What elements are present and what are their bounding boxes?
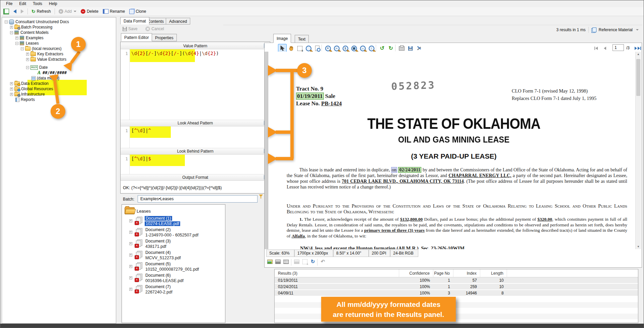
document-file-row[interactable]: 10274-LEASE.pdf bbox=[145, 221, 180, 226]
tree-item-value-extractors[interactable]: +Value Extractors bbox=[26, 57, 66, 62]
tree-item-local-resources[interactable]: −(local resources) bbox=[21, 46, 62, 51]
document-image-canvas[interactable]: Tract No. 9 01/19/2011 Sale Lease No. PB… bbox=[265, 52, 635, 249]
document-file-row[interactable]: 10152_0000087279_001.pdf bbox=[145, 267, 199, 272]
look-ahead-code[interactable]: [^\d]|^ bbox=[131, 128, 151, 133]
tree-item-leases[interactable]: −Leases bbox=[15, 41, 39, 46]
batch-filter-button[interactable] bbox=[259, 197, 263, 202]
document-file-row[interactable]: 0016396-LEASE.pdf bbox=[145, 278, 184, 283]
col-index[interactable]: Index bbox=[453, 269, 480, 277]
save-button[interactable]: Save bbox=[121, 26, 139, 32]
expand-icon[interactable]: + bbox=[129, 288, 132, 291]
document-subtitle2: (3 YEAR PAID-UP LEASE) bbox=[278, 152, 630, 160]
document-row[interactable]: Document (6) bbox=[145, 273, 171, 278]
document-row[interactable]: Document (1) bbox=[145, 216, 172, 221]
cancel-button[interactable]: ✕Cancel bbox=[144, 26, 165, 32]
tab-image[interactable]: Image bbox=[273, 34, 291, 43]
expand-icon[interactable]: + bbox=[10, 93, 13, 96]
expand-icon[interactable]: + bbox=[129, 254, 132, 257]
expand-icon[interactable]: + bbox=[129, 231, 132, 234]
tree-item-global-resources[interactable]: +Global Resources bbox=[10, 86, 53, 92]
menu-file[interactable]: File bbox=[3, 1, 15, 7]
forward-button[interactable] bbox=[19, 9, 25, 14]
menu-help[interactable]: Help bbox=[46, 1, 60, 7]
document-row[interactable]: Document (2) bbox=[145, 227, 171, 232]
tab-data-format[interactable]: Data Format bbox=[120, 17, 149, 24]
document-row[interactable]: Document (4) bbox=[145, 250, 171, 255]
adjust-image-button[interactable] bbox=[293, 258, 300, 265]
tree-item-date-pattern[interactable]: ##/##/#### bbox=[37, 70, 67, 75]
document-row[interactable]: Document (3) bbox=[145, 239, 171, 243]
document-row[interactable]: Document (5) bbox=[145, 262, 171, 266]
expand-icon[interactable]: + bbox=[129, 265, 132, 268]
collapse-icon[interactable]: − bbox=[5, 20, 8, 23]
expand-icon[interactable]: + bbox=[129, 276, 132, 279]
expand-icon[interactable]: + bbox=[26, 58, 29, 61]
content-models-icon bbox=[14, 31, 19, 35]
menu-edit[interactable]: Edit bbox=[16, 1, 29, 7]
tree-item-infrastructure[interactable]: +Infrastructure bbox=[10, 92, 45, 97]
collapse-icon[interactable]: − bbox=[26, 66, 29, 69]
col-page-no[interactable]: Page No bbox=[433, 269, 453, 277]
expand-icon[interactable]: + bbox=[129, 219, 132, 222]
document-file-row[interactable]: 438171.pdf bbox=[145, 244, 166, 249]
viewer-vertical-scrollbar[interactable]: ▲ ▼ bbox=[635, 52, 641, 249]
col-length[interactable]: Length bbox=[480, 269, 507, 277]
reload-image-button[interactable]: ↻ bbox=[309, 258, 316, 265]
workspace-button[interactable] bbox=[2, 8, 11, 15]
tree-item-data-extraction[interactable]: +Data Extraction bbox=[10, 81, 49, 86]
expand-icon[interactable]: + bbox=[10, 26, 13, 29]
undo-button[interactable]: ↶ bbox=[319, 258, 327, 265]
back-button[interactable] bbox=[12, 9, 18, 14]
batch-root-label[interactable]: Leases bbox=[137, 209, 151, 214]
tab-pattern-editor[interactable]: Pattern Editor bbox=[121, 33, 152, 41]
expand-icon[interactable]: + bbox=[10, 82, 13, 85]
expand-icon[interactable]: + bbox=[26, 53, 29, 56]
document-file-row[interactable]: 1-234970-000 - 6052507.pdf bbox=[145, 233, 198, 237]
reference-material-dropdown[interactable]: Reference Material bbox=[599, 28, 633, 32]
tree-item-content-models[interactable]: −Content Models bbox=[10, 30, 49, 35]
menu-tools[interactable]: Tools bbox=[30, 1, 45, 7]
scroll-down-icon[interactable]: ▼ bbox=[637, 245, 640, 248]
result-row[interactable]: 04/09/11 100% 3 14946 8 bbox=[275, 290, 638, 296]
add-button[interactable]: +Add bbox=[57, 8, 78, 14]
tree-item-examples[interactable]: +Examples bbox=[15, 35, 44, 41]
value-pattern-code[interactable]: \d{2}[/-]\d{2}[/-](\d{4}|\d{2}) bbox=[131, 51, 219, 56]
tree-item-batch-processing[interactable]: +Batch Processing bbox=[10, 24, 52, 30]
result-row[interactable]: 01/19/2011 100% 1 57 10 bbox=[275, 277, 638, 284]
col-confidence[interactable]: Confidence bbox=[399, 269, 433, 277]
color-mode-button[interactable] bbox=[266, 258, 274, 265]
look-behind-code[interactable]: [^\d]|$ bbox=[131, 156, 151, 161]
collapse-icon[interactable]: − bbox=[21, 47, 24, 50]
tree-item-reports[interactable]: Reports bbox=[15, 97, 35, 102]
batch-combo[interactable]: Examples•Leases bbox=[138, 195, 258, 203]
col-results[interactable]: Results (3) bbox=[275, 269, 399, 277]
tab-properties[interactable]: Properties bbox=[152, 34, 177, 41]
tree-item-root[interactable]: −Consultant Unstructured Docs bbox=[5, 19, 69, 24]
grayscale-mode-button[interactable] bbox=[274, 258, 282, 265]
collapse-icon[interactable]: − bbox=[10, 31, 13, 34]
tree-item-key-extractors[interactable]: +Key Extractors bbox=[26, 51, 63, 57]
separator bbox=[376, 45, 376, 51]
scrollbar-thumb[interactable] bbox=[636, 59, 640, 96]
result-row[interactable]: 02/24/2011 100% 1 259 10 bbox=[275, 284, 638, 290]
tree-item-data-model[interactable]: (data model) bbox=[31, 75, 59, 81]
rename-button[interactable]: Rename bbox=[101, 8, 127, 14]
look-ahead-header: Look Ahead Pattern − bbox=[121, 120, 270, 126]
tab-text[interactable]: Text bbox=[295, 35, 309, 43]
expand-icon[interactable]: + bbox=[129, 242, 132, 245]
expand-icon[interactable]: + bbox=[10, 88, 13, 91]
crop-button[interactable] bbox=[301, 258, 308, 265]
delete-button[interactable]: −Delete bbox=[79, 8, 100, 14]
tree-item-date[interactable]: −Date bbox=[26, 65, 48, 70]
bw-mode-button[interactable] bbox=[282, 258, 290, 265]
document-file-row[interactable]: 2267240-2.pdf bbox=[145, 290, 172, 294]
expand-icon[interactable]: + bbox=[15, 37, 18, 40]
clone-button[interactable]: Clone bbox=[128, 8, 148, 15]
page-number-input[interactable]: 1 bbox=[613, 44, 624, 51]
scroll-up-icon[interactable]: ▲ bbox=[637, 53, 640, 56]
document-file-row[interactable]: MCVV_512273.pdf bbox=[145, 256, 181, 260]
refresh-button[interactable]: ↻Refresh bbox=[30, 8, 53, 15]
collapse-icon[interactable]: − bbox=[15, 42, 18, 45]
document-row[interactable]: Document (7) bbox=[145, 284, 171, 289]
tab-advanced[interactable]: Advanced bbox=[166, 18, 190, 24]
